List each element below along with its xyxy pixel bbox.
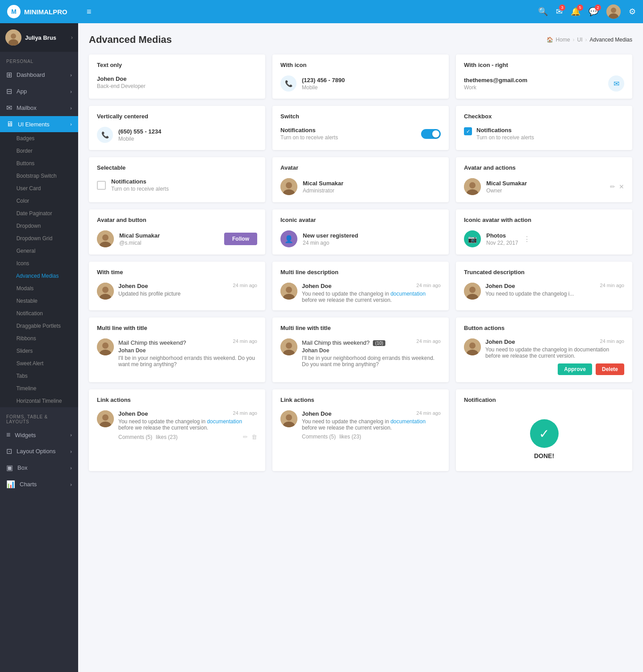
multi-line-desc-avatar <box>280 283 297 300</box>
card-button-actions: Button actions Johen Doe 24 min ago <box>456 317 632 382</box>
link-actions-2-likes[interactable]: likes (23) <box>339 434 361 440</box>
chat-icon[interactable]: 💬 2 <box>589 7 598 17</box>
truncated-desc-avatar <box>464 283 481 300</box>
link-actions-1-likes[interactable]: likes (23) <box>156 434 178 440</box>
settings-icon[interactable]: ⚙ <box>629 7 636 17</box>
selectable-checkbox[interactable] <box>97 181 106 190</box>
app-icon: ⊟ <box>6 87 12 96</box>
hamburger-button[interactable]: ≡ <box>87 7 92 17</box>
sidebar-item-sliders[interactable]: Sliders <box>0 345 78 357</box>
avatar-role: Administrator <box>303 188 343 194</box>
sidebar-item-app[interactable]: ⊟ App › <box>0 83 78 100</box>
multi-line-desc-text: You need to update the changelog in docu… <box>302 291 441 303</box>
multi-line-title-2-time: 24 min ago <box>417 338 441 344</box>
card-button-actions-title: Button actions <box>464 325 624 331</box>
sidebar-item-timeline[interactable]: Timeline <box>0 382 78 395</box>
search-icon[interactable]: 🔍 <box>538 7 548 17</box>
link-actions-2-body: Johen Doe 24 min ago You need to update … <box>280 410 441 440</box>
edit-icon[interactable]: ✏ <box>610 183 615 190</box>
checkbox-box[interactable]: ✓ <box>464 127 472 135</box>
switch-info: Notifications Turn on to receive alerts <box>280 127 338 141</box>
sidebar-item-advanced-medias[interactable]: Advanced Medias <box>0 270 78 282</box>
svg-point-34 <box>102 414 109 421</box>
breadcrumb-home[interactable]: Home <box>556 37 570 43</box>
card-avatar-title: Avatar <box>280 164 441 171</box>
avatar-body: Mical Sumakar Administrator <box>280 178 441 195</box>
sidebar-item-draggable-portlets[interactable]: Draggable Portlets <box>0 320 78 332</box>
sidebar-item-widgets[interactable]: ≡ Widgets › <box>0 427 78 443</box>
sidebar-item-label-mailbox: Mailbox <box>17 104 37 111</box>
switch-toggle[interactable] <box>421 129 441 139</box>
link-actions-2-info: Johen Doe 24 min ago You need to update … <box>302 410 441 440</box>
link-actions-1-avatar <box>97 410 114 427</box>
sidebar-item-tabs[interactable]: Tabs <box>0 370 78 382</box>
sidebar-item-horizontal-timeline[interactable]: Horizontal Timeline <box>0 395 78 407</box>
link-actions-1-comments[interactable]: Comments (5) <box>118 434 152 440</box>
card-link-actions-1: Link actions Johen Doe 24 min ago <box>89 389 265 471</box>
multi-line-title-2-desc: I'll be in your neighborhood doing erran… <box>302 355 441 367</box>
card-with-icon-title: With icon <box>280 62 441 68</box>
truncated-desc-name: Johen Doe <box>485 283 515 289</box>
selectable-info: Notifications Turn on to receive alerts <box>111 178 169 192</box>
sidebar-item-user-card[interactable]: User Card <box>0 182 78 195</box>
topnav-right: 🔍 ✉ 3 🔔 5 💬 2 ⚙ <box>538 4 636 19</box>
more-icon[interactable]: ⋮ <box>523 235 530 243</box>
svg-point-37 <box>286 414 292 421</box>
edit-action-icon[interactable]: ✏ <box>243 434 248 440</box>
sidebar-item-dropdown[interactable]: Dropdown <box>0 220 78 232</box>
sidebar-item-sweet-alert[interactable]: Sweet Alert <box>0 357 78 370</box>
multi-line-desc-header: Johen Doe 24 min ago <box>302 283 441 289</box>
breadcrumb-ui[interactable]: UI <box>577 37 583 43</box>
box-icon: ▣ <box>6 463 13 472</box>
link-actions-2-link[interactable]: documentation <box>390 418 426 425</box>
sidebar-item-bootstrap-switch[interactable]: Bootstrap Switch <box>0 170 78 182</box>
iconic-avatar-info: New user registered 24 min ago <box>303 232 358 246</box>
sidebar-item-date-paginator[interactable]: Date Paginator <box>0 207 78 220</box>
breadcrumb-sep1: › <box>573 37 575 43</box>
sidebar-item-icons[interactable]: Icons <box>0 257 78 270</box>
sidebar-item-badges[interactable]: Badges <box>0 132 78 145</box>
link-actions-1-body: Johen Doe 24 min ago You need to update … <box>97 410 257 440</box>
card-avatar-and-button-title: Avatar and button <box>97 217 257 223</box>
breadcrumb-current: Advanced Medias <box>590 37 632 43</box>
sidebar-item-buttons[interactable]: Buttons <box>0 157 78 170</box>
approve-button[interactable]: Approve <box>558 363 592 375</box>
app-chevron: › <box>70 89 72 94</box>
sidebar-item-notification[interactable]: Notification <box>0 307 78 320</box>
widgets-chevron: › <box>70 432 72 438</box>
close-icon[interactable]: ✕ <box>619 183 624 190</box>
follow-button[interactable]: Follow <box>224 233 257 245</box>
button-actions-body: Johen Doe 24 min ago You need to update … <box>464 338 624 359</box>
sidebar-item-general[interactable]: General <box>0 245 78 257</box>
link-actions-1-link[interactable]: documentation <box>207 418 242 425</box>
delete-button[interactable]: Delete <box>596 363 624 375</box>
card-iconic-avatar: Iconic avatar 👤 New user registered 24 m… <box>272 209 449 255</box>
email-icon[interactable]: ✉ 3 <box>556 7 563 17</box>
vertically-info: (650) 555 - 1234 Mobile <box>118 128 161 142</box>
trash-action-icon[interactable]: 🗑 <box>251 434 257 440</box>
link-actions-2-comments[interactable]: Comments (5) <box>302 434 336 440</box>
sidebar-user[interactable]: Juliya Brus › <box>0 23 78 52</box>
personal-label: PERSONAL <box>0 52 78 67</box>
multi-line-link[interactable]: documentation <box>390 291 426 297</box>
svg-point-4 <box>11 33 16 39</box>
user-avatar[interactable] <box>606 4 621 19</box>
bell-icon[interactable]: 🔔 5 <box>571 7 580 17</box>
sidebar-item-label-ui: UI Elements <box>18 121 50 128</box>
link-actions-2-avatar <box>280 410 297 427</box>
sidebar-item-modals[interactable]: Modals <box>0 282 78 295</box>
sidebar-item-dropdown-grid[interactable]: Dropdown Grid <box>0 232 78 245</box>
media-body-text-only: Johen Doe Back-end Developer <box>97 75 257 89</box>
svg-point-19 <box>286 287 292 293</box>
sidebar-item-dashboard[interactable]: ⊞ Dashboard › <box>0 67 78 83</box>
sidebar-item-nestable[interactable]: Nestable <box>0 295 78 307</box>
sidebar-item-layout-options[interactable]: ⊡ Layout Options › <box>0 443 78 459</box>
sidebar-item-mailbox[interactable]: ✉ Mailbox › <box>0 100 78 116</box>
sidebar-item-border[interactable]: Border <box>0 145 78 157</box>
sidebar-item-ribbons[interactable]: Ribbons <box>0 332 78 345</box>
sidebar-item-ui-elements[interactable]: 🖥 UI Elements › <box>0 116 78 132</box>
sidebar-item-charts[interactable]: 📊 Charts › <box>0 476 78 493</box>
sidebar-item-color[interactable]: Color <box>0 195 78 207</box>
sidebar-item-box[interactable]: ▣ Box › <box>0 459 78 476</box>
layout-chevron: › <box>70 449 72 454</box>
